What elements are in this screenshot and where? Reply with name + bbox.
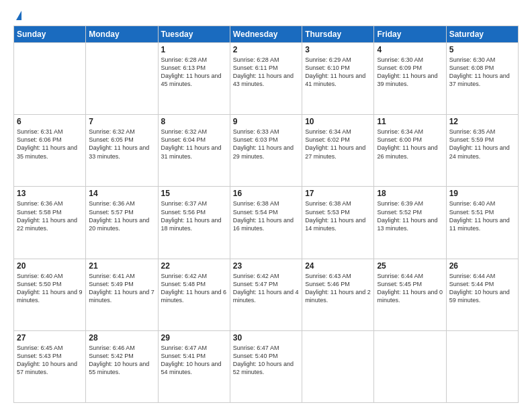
logo-triangle-icon [16,11,21,20]
day-info: Sunrise: 6:42 AM Sunset: 5:47 PM Dayligh… [233,272,299,305]
day-info: Sunrise: 6:41 AM Sunset: 5:49 PM Dayligh… [89,272,154,305]
calendar-cell: 2Sunrise: 6:28 AM Sunset: 6:11 PM Daylig… [230,43,302,115]
calendar-week-row: 6Sunrise: 6:31 AM Sunset: 6:06 PM Daylig… [14,115,519,187]
day-info: Sunrise: 6:43 AM Sunset: 5:46 PM Dayligh… [305,272,371,305]
calendar-cell: 29Sunrise: 6:47 AM Sunset: 5:41 PM Dayli… [158,330,230,402]
calendar-cell: 13Sunrise: 6:36 AM Sunset: 5:58 PM Dayli… [14,187,86,259]
day-number: 10 [305,117,371,126]
calendar-cell: 16Sunrise: 6:38 AM Sunset: 5:54 PM Dayli… [230,187,302,259]
calendar-cell: 12Sunrise: 6:35 AM Sunset: 5:59 PM Dayli… [446,115,518,187]
day-info: Sunrise: 6:37 AM Sunset: 5:56 PM Dayligh… [161,199,227,232]
calendar-cell: 8Sunrise: 6:32 AM Sunset: 6:04 PM Daylig… [158,115,230,187]
calendar-week-row: 20Sunrise: 6:40 AM Sunset: 5:50 PM Dayli… [14,259,519,330]
calendar-cell [446,330,518,402]
day-number: 24 [305,261,371,271]
day-number: 16 [233,189,299,198]
day-number: 15 [161,189,227,198]
calendar-week-row: 13Sunrise: 6:36 AM Sunset: 5:58 PM Dayli… [14,187,519,259]
calendar-cell: 14Sunrise: 6:36 AM Sunset: 5:57 PM Dayli… [86,187,158,259]
day-number: 27 [17,333,83,342]
day-number: 26 [449,261,515,271]
calendar-cell: 24Sunrise: 6:43 AM Sunset: 5:46 PM Dayli… [302,259,374,330]
day-number: 25 [377,261,443,271]
calendar-cell: 18Sunrise: 6:39 AM Sunset: 5:52 PM Dayli… [374,187,446,259]
day-number: 20 [17,261,83,271]
day-info: Sunrise: 6:33 AM Sunset: 6:03 PM Dayligh… [233,128,299,161]
day-info: Sunrise: 6:29 AM Sunset: 6:10 PM Dayligh… [305,56,371,89]
day-info: Sunrise: 6:44 AM Sunset: 5:44 PM Dayligh… [449,272,515,305]
day-info: Sunrise: 6:44 AM Sunset: 5:45 PM Dayligh… [377,272,443,305]
day-number: 4 [377,45,443,54]
day-number: 8 [161,117,227,126]
calendar-cell: 10Sunrise: 6:34 AM Sunset: 6:02 PM Dayli… [302,115,374,187]
day-info: Sunrise: 6:28 AM Sunset: 6:13 PM Dayligh… [161,56,227,89]
day-of-week-header: Friday [374,26,446,43]
day-info: Sunrise: 6:30 AM Sunset: 6:09 PM Dayligh… [377,56,443,89]
calendar-cell: 15Sunrise: 6:37 AM Sunset: 5:56 PM Dayli… [158,187,230,259]
calendar-cell: 9Sunrise: 6:33 AM Sunset: 6:03 PM Daylig… [230,115,302,187]
day-info: Sunrise: 6:36 AM Sunset: 5:58 PM Dayligh… [17,199,83,232]
day-number: 6 [17,117,83,126]
logo [13,11,21,20]
calendar-cell [14,43,86,115]
calendar-cell [86,43,158,115]
day-info: Sunrise: 6:36 AM Sunset: 5:57 PM Dayligh… [89,199,154,232]
calendar-cell: 20Sunrise: 6:40 AM Sunset: 5:50 PM Dayli… [14,259,86,330]
day-number: 21 [89,261,154,271]
day-number: 19 [449,189,515,198]
day-of-week-header: Wednesday [230,26,302,43]
day-number: 18 [377,189,443,198]
day-number: 2 [233,45,299,54]
day-number: 3 [305,45,371,54]
calendar-cell: 23Sunrise: 6:42 AM Sunset: 5:47 PM Dayli… [230,259,302,330]
calendar-cell: 21Sunrise: 6:41 AM Sunset: 5:49 PM Dayli… [86,259,158,330]
calendar-header-row: SundayMondayTuesdayWednesdayThursdayFrid… [14,26,519,43]
day-info: Sunrise: 6:47 AM Sunset: 5:41 PM Dayligh… [161,344,227,377]
day-of-week-header: Sunday [14,26,86,43]
calendar-cell: 27Sunrise: 6:45 AM Sunset: 5:43 PM Dayli… [14,330,86,402]
day-number: 17 [305,189,371,198]
day-info: Sunrise: 6:47 AM Sunset: 5:40 PM Dayligh… [233,344,299,377]
day-of-week-header: Saturday [446,26,518,43]
day-of-week-header: Thursday [302,26,374,43]
day-info: Sunrise: 6:46 AM Sunset: 5:42 PM Dayligh… [89,344,154,377]
day-info: Sunrise: 6:38 AM Sunset: 5:54 PM Dayligh… [233,199,299,232]
day-info: Sunrise: 6:40 AM Sunset: 5:50 PM Dayligh… [17,272,83,305]
day-number: 5 [449,45,515,54]
day-info: Sunrise: 6:34 AM Sunset: 6:00 PM Dayligh… [377,128,443,161]
day-info: Sunrise: 6:34 AM Sunset: 6:02 PM Dayligh… [305,128,371,161]
calendar-cell: 3Sunrise: 6:29 AM Sunset: 6:10 PM Daylig… [302,43,374,115]
day-number: 29 [161,333,227,342]
day-info: Sunrise: 6:38 AM Sunset: 5:53 PM Dayligh… [305,199,371,232]
day-info: Sunrise: 6:31 AM Sunset: 6:06 PM Dayligh… [17,128,83,161]
day-info: Sunrise: 6:42 AM Sunset: 5:48 PM Dayligh… [161,272,227,305]
day-number: 22 [161,261,227,271]
calendar-cell: 30Sunrise: 6:47 AM Sunset: 5:40 PM Dayli… [230,330,302,402]
calendar-cell: 22Sunrise: 6:42 AM Sunset: 5:48 PM Dayli… [158,259,230,330]
day-number: 14 [89,189,154,198]
day-number: 9 [233,117,299,126]
calendar-cell: 28Sunrise: 6:46 AM Sunset: 5:42 PM Dayli… [86,330,158,402]
day-number: 11 [377,117,443,126]
day-info: Sunrise: 6:30 AM Sunset: 6:08 PM Dayligh… [449,56,515,89]
day-info: Sunrise: 6:45 AM Sunset: 5:43 PM Dayligh… [17,344,83,377]
day-number: 23 [233,261,299,271]
calendar-cell: 17Sunrise: 6:38 AM Sunset: 5:53 PM Dayli… [302,187,374,259]
day-number: 1 [161,45,227,54]
calendar-cell [374,330,446,402]
calendar-cell: 26Sunrise: 6:44 AM Sunset: 5:44 PM Dayli… [446,259,518,330]
calendar-cell: 5Sunrise: 6:30 AM Sunset: 6:08 PM Daylig… [446,43,518,115]
day-of-week-header: Monday [86,26,158,43]
calendar-table: SundayMondayTuesdayWednesdayThursdayFrid… [13,26,519,403]
calendar-week-row: 1Sunrise: 6:28 AM Sunset: 6:13 PM Daylig… [14,43,519,115]
calendar-cell: 7Sunrise: 6:32 AM Sunset: 6:05 PM Daylig… [86,115,158,187]
calendar-cell: 1Sunrise: 6:28 AM Sunset: 6:13 PM Daylig… [158,43,230,115]
day-info: Sunrise: 6:32 AM Sunset: 6:04 PM Dayligh… [161,128,227,161]
page: SundayMondayTuesdayWednesdayThursdayFrid… [0,0,532,411]
day-info: Sunrise: 6:32 AM Sunset: 6:05 PM Dayligh… [89,128,154,161]
calendar-cell: 4Sunrise: 6:30 AM Sunset: 6:09 PM Daylig… [374,43,446,115]
day-info: Sunrise: 6:35 AM Sunset: 5:59 PM Dayligh… [449,128,515,161]
day-info: Sunrise: 6:28 AM Sunset: 6:11 PM Dayligh… [233,56,299,89]
calendar-cell: 25Sunrise: 6:44 AM Sunset: 5:45 PM Dayli… [374,259,446,330]
day-number: 28 [89,333,154,342]
